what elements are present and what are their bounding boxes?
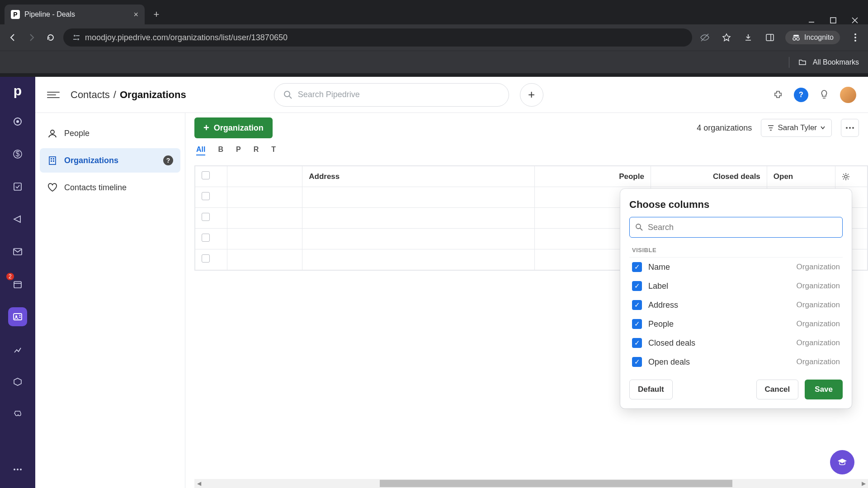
- alpha-filter-b[interactable]: B: [218, 145, 223, 155]
- svg-point-17: [16, 120, 19, 123]
- checkbox-checked-icon[interactable]: ✓: [632, 338, 642, 348]
- rail-campaigns-icon[interactable]: [8, 210, 27, 229]
- owner-filter[interactable]: Sarah Tyler: [761, 119, 832, 137]
- url-bar[interactable]: moodjoy.pipedrive.com/organizations/list…: [63, 28, 692, 47]
- person-icon: [47, 128, 58, 139]
- bookmarks-label[interactable]: All Bookmarks: [813, 58, 859, 66]
- checkbox-checked-icon[interactable]: ✓: [632, 319, 642, 329]
- app-logo[interactable]: p: [14, 83, 22, 99]
- column-option[interactable]: ✓ Closed deals Organization: [629, 333, 843, 352]
- address-row: moodjoy.pipedrive.com/organizations/list…: [0, 24, 868, 51]
- column-option[interactable]: ✓ Label Organization: [629, 277, 843, 296]
- popover-field-list[interactable]: ✓ Name Organization ✓ Label Organization…: [629, 257, 843, 371]
- col-blank[interactable]: [227, 166, 302, 187]
- new-tab-button[interactable]: +: [148, 6, 165, 23]
- rail-activities-icon[interactable]: 2: [8, 275, 27, 294]
- column-option[interactable]: ✓ Address Organization: [629, 296, 843, 314]
- left-rail: p $ 2: [0, 77, 35, 488]
- rail-mail-icon[interactable]: [8, 242, 27, 261]
- extensions-icon[interactable]: [771, 88, 785, 102]
- minimize-icon[interactable]: [807, 16, 816, 24]
- eye-off-icon[interactable]: [698, 31, 711, 44]
- site-settings-icon[interactable]: [72, 33, 80, 42]
- alpha-filter-t[interactable]: T: [271, 145, 276, 155]
- breadcrumb-root[interactable]: Contacts: [71, 89, 110, 101]
- sidepanel-icon[interactable]: [764, 31, 776, 44]
- rail-products-icon[interactable]: [8, 372, 27, 391]
- user-avatar[interactable]: [840, 87, 856, 103]
- column-option[interactable]: ✓ People Organization: [629, 314, 843, 333]
- rail-contacts-icon[interactable]: [8, 307, 27, 326]
- rail-projects-icon[interactable]: [8, 177, 27, 196]
- incognito-indicator[interactable]: Incognito: [785, 31, 840, 44]
- sidebar-item-timeline[interactable]: Contacts timeline: [40, 175, 180, 200]
- row-checkbox[interactable]: [202, 213, 210, 221]
- rail-leads-icon[interactable]: [8, 112, 27, 131]
- save-button[interactable]: Save: [805, 380, 843, 399]
- alpha-filter-all[interactable]: All: [196, 145, 205, 155]
- alpha-filter-p[interactable]: P: [236, 145, 241, 155]
- more-actions-button[interactable]: [841, 119, 859, 137]
- tab-close-icon[interactable]: ×: [133, 10, 138, 19]
- svg-line-45: [640, 228, 642, 230]
- column-option[interactable]: ✓ Name Organization: [629, 258, 843, 277]
- new-organization-label: Organization: [214, 123, 264, 133]
- col-closed[interactable]: Closed deals: [651, 166, 767, 187]
- sidebar-toggle-icon[interactable]: [47, 89, 60, 101]
- new-organization-button[interactable]: + Organization: [194, 117, 273, 138]
- checkbox-checked-icon[interactable]: ✓: [632, 300, 642, 310]
- col-open[interactable]: Open: [767, 166, 835, 187]
- reload-icon[interactable]: [44, 31, 57, 44]
- rail-deals-icon[interactable]: $: [8, 145, 27, 164]
- rail-marketplace-icon[interactable]: [8, 405, 27, 424]
- popover-search[interactable]: [629, 217, 843, 238]
- scrollbar-thumb[interactable]: [380, 480, 732, 487]
- plus-icon: +: [203, 122, 209, 134]
- rail-insights-icon[interactable]: [8, 340, 27, 359]
- svg-rect-1: [830, 18, 836, 23]
- browser-tab[interactable]: P Pipeline - Deals ×: [5, 5, 145, 24]
- alpha-filter-r[interactable]: R: [254, 145, 259, 155]
- forward-icon[interactable]: [25, 31, 38, 44]
- back-icon[interactable]: [6, 31, 19, 44]
- column-settings-button[interactable]: [835, 166, 867, 187]
- chevron-down-icon: [821, 126, 825, 130]
- close-window-icon[interactable]: [851, 16, 859, 24]
- row-checkbox[interactable]: [202, 254, 210, 263]
- scroll-left-icon[interactable]: ◀: [194, 480, 203, 487]
- default-button[interactable]: Default: [629, 380, 673, 399]
- column-option[interactable]: ✓ Open deals Organization: [629, 352, 843, 371]
- maximize-icon[interactable]: [829, 16, 837, 24]
- sidebar-item-people[interactable]: People: [40, 121, 180, 145]
- col-address[interactable]: Address: [302, 166, 535, 187]
- select-all-header[interactable]: [195, 166, 227, 187]
- row-checkbox[interactable]: [202, 234, 210, 242]
- sidebar-item-organizations[interactable]: Organizations ?: [40, 148, 180, 173]
- popover-title: Choose columns: [629, 199, 843, 211]
- scroll-right-icon[interactable]: ▶: [859, 480, 868, 487]
- checkbox-checked-icon[interactable]: ✓: [632, 262, 642, 272]
- checkbox-checked-icon[interactable]: ✓: [632, 357, 642, 367]
- download-icon[interactable]: [742, 31, 755, 44]
- svg-point-30: [20, 469, 22, 470]
- row-checkbox[interactable]: [202, 192, 210, 200]
- checkbox-checked-icon[interactable]: ✓: [632, 281, 642, 291]
- help-button[interactable]: ?: [794, 88, 808, 102]
- popover-search-input[interactable]: [648, 223, 837, 232]
- svg-line-32: [289, 96, 292, 99]
- column-option-label: People: [648, 319, 674, 329]
- horizontal-scrollbar[interactable]: ◀ ▶: [194, 479, 868, 488]
- cancel-button[interactable]: Cancel: [756, 380, 799, 399]
- tips-icon[interactable]: [817, 88, 831, 102]
- column-option-label: Name: [648, 263, 670, 272]
- sidebar-item-label: People: [64, 129, 90, 138]
- star-icon[interactable]: [720, 31, 733, 44]
- rail-more-icon[interactable]: [8, 460, 27, 479]
- help-hint-icon[interactable]: ?: [163, 155, 173, 165]
- floating-help-button[interactable]: [830, 450, 854, 474]
- browser-menu-icon[interactable]: [849, 31, 862, 44]
- col-people[interactable]: People: [535, 166, 651, 187]
- quick-add-button[interactable]: +: [520, 83, 543, 107]
- global-search[interactable]: Search Pipedrive: [274, 83, 509, 107]
- svg-rect-38: [51, 160, 52, 162]
